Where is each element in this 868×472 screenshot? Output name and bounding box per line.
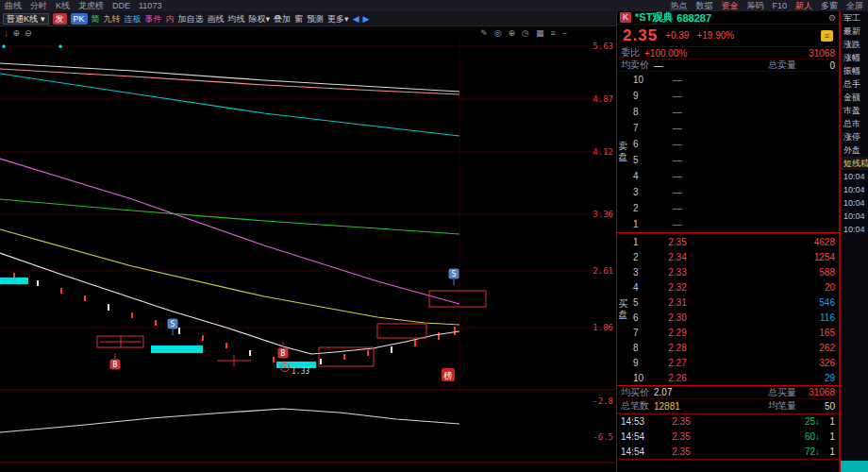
- sell-total-value: 0: [801, 60, 835, 71]
- strip-field-label[interactable]: 总市: [841, 117, 868, 130]
- strip-time-item[interactable]: 10:04: [841, 183, 868, 196]
- menu-icon[interactable]: ≡: [550, 28, 555, 38]
- topbar-tab[interactable]: K线: [56, 0, 70, 12]
- zoom-out-icon[interactable]: ⊖: [25, 28, 32, 38]
- topbar-tab[interactable]: 11073: [139, 1, 161, 10]
- strip-bottom-tab[interactable]: [841, 461, 868, 472]
- order-index: 2: [633, 203, 648, 213]
- kline-type-select[interactable]: 普通K线▾: [3, 13, 49, 25]
- buy-row[interactable]: 52.31546: [629, 295, 839, 310]
- order-price: 2.26: [648, 373, 707, 383]
- topbar-tab[interactable]: DDE: [112, 1, 130, 10]
- topbar-tab[interactable]: 龙虎榜: [78, 0, 104, 12]
- strip-field-label[interactable]: 市盈: [841, 104, 868, 117]
- k-button[interactable]: K: [620, 12, 631, 23]
- strip-field-label[interactable]: 最新: [841, 25, 868, 38]
- toolbar-button[interactable]: 叠加: [274, 13, 291, 25]
- gear-icon[interactable]: ⚙: [828, 13, 836, 23]
- sell-row[interactable]: 6—: [629, 136, 839, 152]
- sell-row[interactable]: 4—: [629, 168, 839, 184]
- toolbar-button[interactable]: 均线: [228, 13, 245, 25]
- order-index: 6: [633, 139, 648, 149]
- tick-volume: 72↓: [805, 447, 820, 457]
- sell-row[interactable]: 1—: [629, 216, 839, 232]
- strip-field-label[interactable]: 振幅: [841, 64, 868, 77]
- toolbar-button[interactable]: 九转: [104, 13, 121, 25]
- toolbar-button[interactable]: 窗: [294, 13, 303, 25]
- toolbar-button[interactable]: 画线: [208, 13, 225, 25]
- tick-row[interactable]: 14:542.3560↓1: [617, 430, 839, 445]
- toolbar-button[interactable]: 简: [92, 13, 100, 25]
- add-overlay-icon[interactable]: ⊕: [509, 28, 516, 38]
- rank-list-icon[interactable]: ≡: [821, 30, 833, 42]
- toolbar-button[interactable]: 发: [53, 13, 67, 25]
- buy-row[interactable]: 22.341254: [629, 249, 839, 264]
- buy-row[interactable]: 82.28262: [629, 340, 839, 355]
- minimize-icon[interactable]: −: [562, 28, 567, 38]
- kline-canvas[interactable]: SSBB榜1.335.634.874.123.362.611.86-2.8-6.…: [0, 39, 616, 472]
- topbar-menu-item[interactable]: 数据: [695, 0, 712, 12]
- sell-row[interactable]: 7—: [629, 120, 839, 136]
- sell-row[interactable]: 2—: [629, 200, 839, 216]
- toolbar-button[interactable]: 预测: [307, 13, 324, 25]
- topbar-tab[interactable]: 分时: [30, 0, 47, 12]
- strip-section-header[interactable]: 短线精灵: [841, 157, 868, 170]
- toolbar-nav-arrow[interactable]: ◀: [353, 14, 359, 24]
- strip-field-label[interactable]: 外盘: [841, 143, 868, 157]
- topbar-menu-item[interactable]: 多窗: [821, 0, 838, 12]
- strip-time-item[interactable]: 10:04: [841, 223, 868, 236]
- strip-field-label[interactable]: 金额: [841, 91, 868, 104]
- topbar-menu-item[interactable]: 新人: [795, 0, 812, 12]
- chart-tools-left: ↓⊕⊖: [4, 28, 32, 38]
- kline-chart-svg[interactable]: SSBB榜1.335.634.874.123.362.611.86-2.8-6.…: [0, 39, 616, 472]
- strip-field-label[interactable]: 涨停: [841, 130, 868, 143]
- strip-time-item[interactable]: 10:04: [841, 196, 868, 210]
- topbar-menu-item[interactable]: 全屏: [846, 0, 863, 12]
- toolbar-button[interactable]: 连板: [125, 13, 142, 25]
- toolbar-nav-arrow[interactable]: ▶: [363, 14, 370, 24]
- tick-row[interactable]: 14:542.3572↓1: [617, 444, 839, 459]
- buy-row[interactable]: 12.354628: [629, 234, 839, 249]
- toolbar-button[interactable]: PK: [71, 13, 88, 25]
- strip-field-label[interactable]: 军工: [841, 11, 868, 25]
- buy-row[interactable]: 42.3220: [629, 279, 839, 295]
- order-volume: 546: [819, 297, 835, 308]
- toolbar-button[interactable]: 事件: [145, 13, 162, 25]
- topbar-menu-item[interactable]: 筹码: [746, 0, 763, 12]
- buy-row[interactable]: 62.30116: [629, 310, 839, 325]
- price-change-pct: +19.90%: [696, 30, 734, 41]
- toolbar-button[interactable]: 内: [166, 13, 175, 25]
- buy-row[interactable]: 32.33588: [629, 264, 839, 279]
- order-index: 8: [633, 107, 648, 117]
- grid-icon[interactable]: ▦: [536, 28, 544, 38]
- buy-row[interactable]: 72.29165: [629, 325, 839, 340]
- strip-field-label[interactable]: 总手: [841, 77, 868, 91]
- order-price: —: [648, 219, 707, 229]
- buy-row[interactable]: 102.2629: [629, 370, 839, 385]
- toolbar-button[interactable]: 更多▾: [327, 13, 349, 25]
- sell-row[interactable]: 5—: [629, 152, 839, 168]
- strip-field-label[interactable]: 涨幅: [841, 51, 868, 64]
- sell-row[interactable]: 8—: [629, 104, 839, 120]
- buy-signal-badge-label: B: [281, 349, 286, 358]
- topbar-tab[interactable]: 曲线: [5, 0, 22, 12]
- sell-row[interactable]: 9—: [629, 88, 839, 104]
- zoom-in-icon[interactable]: ⊕: [13, 28, 21, 38]
- topbar-menu-item[interactable]: 资金: [721, 0, 738, 12]
- toolbar-button[interactable]: 加自选: [178, 13, 204, 25]
- target-icon[interactable]: ◎: [494, 28, 502, 38]
- strip-field-label[interactable]: 涨跌: [841, 38, 868, 51]
- strip-time-item[interactable]: 10:04: [841, 210, 868, 223]
- draw-icon[interactable]: ✎: [480, 28, 488, 38]
- clock-icon[interactable]: ◷: [522, 28, 529, 38]
- topbar-menu-item[interactable]: F10: [772, 1, 787, 10]
- scale-down-icon[interactable]: ↓: [4, 28, 8, 38]
- tick-row[interactable]: 14:532.3525↓1: [617, 414, 839, 430]
- sell-row[interactable]: 3—: [629, 184, 839, 200]
- strip-time-item[interactable]: 10:04: [841, 170, 868, 183]
- sell-row[interactable]: 10—: [629, 72, 839, 88]
- sell-section-label: 卖盘: [617, 72, 629, 232]
- buy-row[interactable]: 92.27326: [629, 355, 839, 370]
- buy-label-char: 盘: [619, 310, 628, 321]
- toolbar-button[interactable]: 除权▾: [249, 13, 271, 25]
